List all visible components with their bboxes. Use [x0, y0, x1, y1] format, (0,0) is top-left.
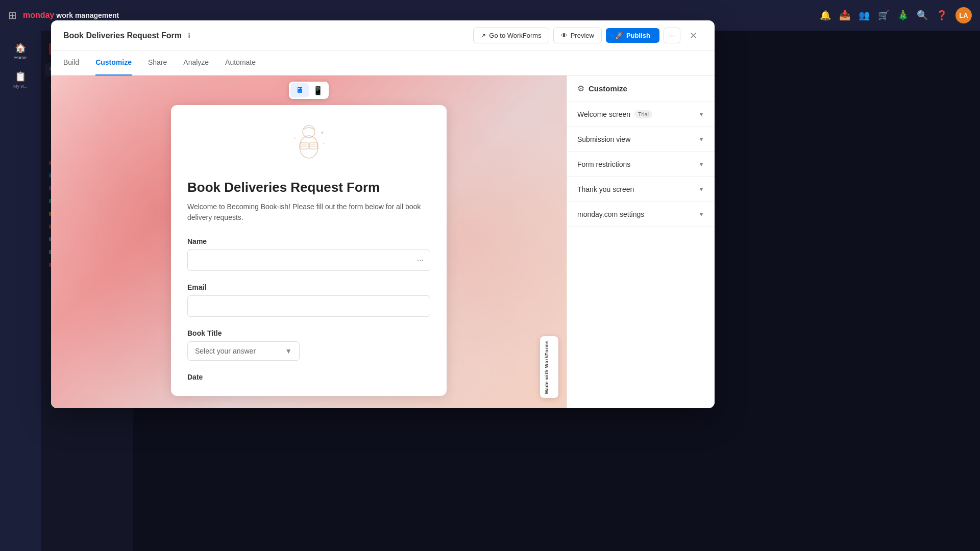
tab-analyze-label: Analyze: [183, 58, 209, 66]
email-field: Email: [187, 283, 430, 317]
monday-settings-chevron: ▼: [698, 211, 704, 218]
svg-text:✦: ✦: [293, 137, 296, 140]
publish-button[interactable]: 🚀 Publish: [606, 28, 659, 43]
user-avatar[interactable]: LA: [955, 7, 972, 23]
monday-settings-label: monday.com settings: [577, 210, 644, 218]
device-toggle: 🖥 📱: [289, 82, 329, 99]
top-nav-icons: 🔔 📥 👥 🛒 🎄 🔍 ❓ LA: [820, 7, 972, 23]
welcome-screen-chevron: ▼: [698, 111, 704, 118]
desktop-icon: 🖥: [296, 86, 304, 95]
tab-customize-label: Customize: [95, 58, 132, 66]
sidebar-item-mywork[interactable]: 📋 My w...: [6, 67, 35, 92]
sidebar: 🏠 Home 📋 My w...: [0, 31, 41, 551]
logo-monday: monday: [23, 11, 54, 20]
welcome-screen-label: Welcome screen: [577, 110, 630, 118]
email-input[interactable]: [187, 295, 430, 317]
eye-icon: 👁: [561, 32, 568, 39]
more-options-button[interactable]: ···: [664, 28, 680, 43]
customize-panel-title: Customize: [589, 84, 627, 93]
gear-icon: ⚙: [577, 84, 584, 93]
home-icon: 🏠: [15, 42, 26, 54]
accordion-submission-view: Submission view ▼: [567, 127, 715, 152]
form-preview-area: 🖥 📱: [51, 76, 567, 408]
welcome-screen-header[interactable]: Welcome screen Trial ▼: [567, 102, 715, 127]
welcome-screen-label-row: Welcome screen Trial: [577, 110, 652, 118]
sidebar-item-home[interactable]: 🏠 Home: [6, 39, 35, 63]
logo-rest: work management: [56, 11, 119, 19]
email-field-label: Email: [187, 283, 430, 291]
invite-icon[interactable]: 👥: [859, 10, 870, 21]
tab-automate-label: Automate: [225, 58, 256, 66]
submission-view-header[interactable]: Submission view ▼: [567, 127, 715, 152]
sidebar-item-home-label: Home: [14, 55, 27, 60]
tab-share[interactable]: Share: [148, 51, 167, 76]
external-link-icon: ↗: [481, 32, 486, 39]
trial-badge: Trial: [634, 110, 652, 118]
form-modal: Book Deliveries Request Form ℹ ↗ Go to W…: [51, 20, 715, 408]
form-logo-area: ✦ ✦ ✦: [187, 121, 430, 167]
submission-view-label: Submission view: [577, 135, 630, 143]
form-logo-image: ✦ ✦ ✦: [286, 121, 332, 167]
inbox-icon[interactable]: 📥: [839, 10, 850, 21]
name-field-label: Name: [187, 237, 430, 245]
goto-workforms-button[interactable]: ↗ Go to WorkForms: [473, 28, 549, 43]
name-input-dots-icon[interactable]: ···: [417, 256, 424, 265]
customize-panel-header: ⚙ Customize: [567, 76, 715, 102]
goto-workforms-label: Go to WorkForms: [489, 32, 541, 39]
name-input[interactable]: ···: [187, 249, 430, 271]
accordion-welcome-screen: Welcome screen Trial ▼: [567, 102, 715, 127]
close-modal-button[interactable]: ✕: [684, 27, 702, 45]
notifications-icon[interactable]: 🔔: [820, 10, 831, 21]
tab-build[interactable]: Build: [63, 51, 79, 76]
tab-share-label: Share: [148, 58, 167, 66]
marketplace-icon[interactable]: 🛒: [878, 10, 889, 21]
form-card: ✦ ✦ ✦ Book Deliveries Request Form Welco…: [171, 105, 447, 396]
name-field: Name ···: [187, 237, 430, 271]
tab-analyze[interactable]: Analyze: [183, 51, 209, 76]
modal-header-actions: ↗ Go to WorkForms 👁 Preview 🚀 Publish ··…: [473, 27, 702, 45]
svg-text:✦: ✦: [321, 131, 324, 135]
close-icon: ✕: [690, 31, 697, 41]
select-placeholder: Select your answer: [195, 347, 256, 355]
desktop-view-button[interactable]: 🖥: [290, 83, 309, 97]
form-restrictions-header[interactable]: Form restrictions ▼: [567, 152, 715, 177]
date-field-label: Date: [187, 373, 430, 381]
thank-you-screen-chevron: ▼: [698, 186, 704, 193]
modal-body: 🖥 📱: [51, 76, 715, 408]
accordion-thank-you-screen: Thank you screen ▼: [567, 177, 715, 202]
accordion-form-restrictions: Form restrictions ▼: [567, 152, 715, 177]
search-icon[interactable]: 🔍: [917, 10, 928, 21]
workforms-badge-text: Made with WorkForms: [544, 340, 549, 394]
preview-label: Preview: [571, 32, 594, 39]
workforms-badge[interactable]: Made with WorkForms: [540, 336, 558, 398]
modal-header: Book Deliveries Request Form ℹ ↗ Go to W…: [51, 20, 715, 51]
apps-grid-icon[interactable]: ⊞: [8, 9, 17, 21]
submission-view-chevron: ▼: [698, 136, 704, 143]
thank-you-screen-label: Thank you screen: [577, 185, 634, 193]
integrations-icon[interactable]: 🎄: [897, 10, 909, 21]
svg-text:✦: ✦: [323, 142, 325, 145]
select-chevron-icon: ▼: [285, 347, 292, 355]
help-icon[interactable]: ❓: [936, 10, 947, 21]
book-title-field-label: Book Title: [187, 329, 430, 337]
tab-automate[interactable]: Automate: [225, 51, 256, 76]
svg-rect-3: [309, 143, 317, 149]
tab-customize[interactable]: Customize: [95, 51, 132, 76]
ellipsis-icon: ···: [669, 32, 675, 39]
monday-settings-header[interactable]: monday.com settings ▼: [567, 202, 715, 227]
book-title-field: Book Title Select your answer ▼: [187, 329, 430, 361]
mobile-icon: 📱: [313, 86, 323, 95]
form-restrictions-label: Form restrictions: [577, 160, 630, 168]
accordion-monday-settings: monday.com settings ▼: [567, 202, 715, 227]
tab-build-label: Build: [63, 58, 79, 66]
mobile-view-button[interactable]: 📱: [309, 83, 327, 97]
app-logo: monday work management: [23, 11, 119, 20]
thank-you-screen-header[interactable]: Thank you screen ▼: [567, 177, 715, 202]
form-restrictions-chevron: ▼: [698, 161, 704, 168]
publish-label: Publish: [626, 32, 650, 39]
info-icon[interactable]: ℹ: [188, 32, 190, 40]
book-title-select[interactable]: Select your answer ▼: [187, 341, 300, 361]
preview-button[interactable]: 👁 Preview: [553, 28, 602, 43]
date-field: Date: [187, 373, 430, 381]
modal-title: Book Deliveries Request Form: [63, 31, 182, 40]
